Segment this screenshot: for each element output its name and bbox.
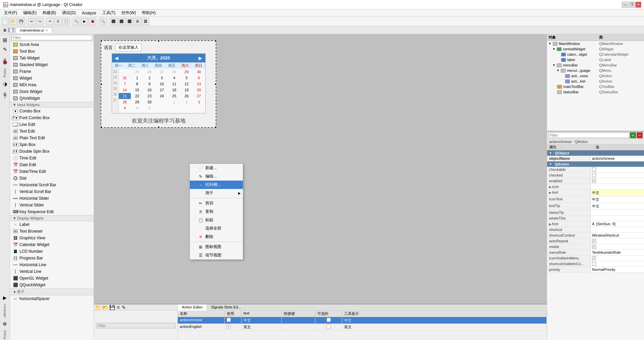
cal-cell[interactable]: 27	[156, 69, 168, 75]
ctx-copy[interactable]: ⎘ 复制	[190, 207, 243, 216]
bottom-tab-action-editor[interactable]: Action Editor	[178, 304, 207, 310]
ctx-detail-view[interactable]: ☰ 缩节视图	[190, 251, 243, 259]
props-val-checked[interactable]	[591, 173, 644, 178]
handle-tr[interactable]	[215, 40, 217, 42]
cal-cell[interactable]	[193, 105, 205, 111]
icon-expand-arrow[interactable]: ▶	[549, 185, 551, 189]
props-row-iconvisible[interactable]: iconVisibleInMenu	[547, 255, 644, 261]
sidebar-item-double-spin-box[interactable]: 0⬆ Double Spin Box	[10, 148, 94, 155]
cal-cell[interactable]: 28	[168, 69, 180, 75]
props-val-visible[interactable]	[591, 244, 644, 249]
props-val-objectname[interactable]: actionchinese	[591, 156, 644, 161]
cal-cell[interactable]: 9	[143, 81, 156, 87]
props-row-font[interactable]: ▶font A [SimSun, 9]	[547, 221, 644, 227]
file-tab-close-icon[interactable]: ✕	[45, 29, 48, 32]
iconvisible-checkbox[interactable]	[592, 256, 596, 260]
ctx-delete[interactable]: ✕ 删除	[190, 233, 243, 241]
props-row-menurole[interactable]: menuRole TextHeuristicRole	[547, 250, 644, 255]
props-val-font[interactable]: A [SimSun, 9]	[591, 221, 644, 227]
cal-cell[interactable]: 29	[180, 69, 193, 75]
maximize-button[interactable]: ❐	[629, 2, 635, 8]
sidebar-item-vscrollbar[interactable]: Vertical Scroll Bar	[10, 188, 94, 195]
cal-cell[interactable]: 24	[156, 93, 168, 99]
tree-arrow-mainwindow[interactable]: ▼	[548, 42, 551, 45]
sidebar-item-vline[interactable]: Vertical Line	[10, 268, 94, 275]
text-expand-arrow[interactable]: ▶	[549, 191, 551, 194]
handle-tl[interactable]	[100, 40, 102, 42]
cal-cell[interactable]: 26	[143, 69, 156, 75]
sidebar-item-plain-text-edit[interactable]: ab Plain Text Edit	[10, 135, 94, 141]
ctx-icon-view[interactable]: ⊞ 图标视图	[190, 243, 243, 251]
minimize-button[interactable]: —	[622, 2, 628, 8]
cal-cell[interactable]: 12	[180, 81, 193, 87]
action-new-icon[interactable]: 📁	[95, 305, 101, 310]
sidebar-section-spacer[interactable]: ▼ 垫子	[10, 288, 94, 295]
props-row-objectname[interactable]: objectName actionchinese	[547, 156, 644, 161]
menu-file[interactable]: 文件(F)	[1, 9, 20, 16]
sidebar-item-mdi-area[interactable]: MDI Area	[10, 82, 94, 88]
tb-new[interactable]: 📄	[1, 18, 9, 25]
props-val-tooltip[interactable]: 中文	[591, 203, 644, 209]
cal-cell-today[interactable]: 21	[119, 93, 131, 99]
tree-item-centralwidget[interactable]: ▼ centralWidget QWidget	[547, 46, 644, 52]
sidebar-item-text-browser[interactable]: ab Text Browser	[10, 228, 94, 235]
props-val-shortcut[interactable]	[591, 227, 644, 232]
sidebar-item-text-edit[interactable]: ab Text Edit	[10, 128, 94, 135]
sidebar-item-hspacer[interactable]: ↔ horizontalSpacer	[10, 295, 94, 302]
tb-save[interactable]: 💾	[17, 18, 25, 25]
menu-help[interactable]: 帮助(H)	[139, 9, 158, 16]
props-val-autorepeat[interactable]	[591, 238, 644, 244]
props-section-qobject[interactable]: ▼ QObject	[547, 150, 644, 156]
sidebar-item-hslider[interactable]: Horizontal Slider	[10, 195, 94, 202]
cal-cell[interactable]: 26	[180, 93, 193, 99]
tree-arrow-menubar[interactable]: ▼	[552, 63, 555, 67]
tb-undo[interactable]: ↩	[28, 18, 35, 25]
tb-align-center[interactable]: ⬛	[118, 18, 125, 25]
sidebar-item-graphics-view[interactable]: 🖼 Graphics View	[10, 235, 94, 241]
tb-align-left[interactable]: ⬛	[110, 18, 117, 25]
tree-item-mainwindow[interactable]: ▼ MainWindow QMainWindow	[547, 41, 644, 46]
tb-cut[interactable]: ✂	[46, 18, 54, 25]
props-val-checkable[interactable]	[591, 167, 644, 172]
cal-cell[interactable]: 2	[180, 99, 193, 105]
props-val-icontext[interactable]: 中文	[591, 196, 644, 203]
ctx-paste[interactable]: 📋 粘贴	[190, 216, 243, 224]
action-open-icon[interactable]: 📂	[102, 305, 108, 310]
sidebar-btn-project[interactable]: ◑	[1, 80, 9, 88]
cal-cell[interactable]: 18	[168, 87, 180, 93]
sidebar-item-dial[interactable]: Dial	[10, 175, 94, 182]
cal-grid[interactable]: 25 26 27 28 29 30 31 1 2 3	[119, 69, 205, 113]
cal-cell[interactable]: 5	[180, 75, 193, 81]
sidebar-section-input[interactable]: ▼ Input Widgets	[10, 102, 94, 108]
props-row-autorepeat[interactable]: autoRepeat	[547, 238, 644, 244]
cal-cell[interactable]: 30	[143, 99, 156, 105]
tb-copy[interactable]: ⎘	[54, 18, 62, 25]
ctx-select-all[interactable]: 选择全部	[190, 224, 243, 233]
action-save-icon[interactable]: 💾	[109, 305, 115, 310]
cal-cell[interactable]: 8	[131, 81, 143, 87]
tb-paste[interactable]: 📋	[62, 18, 70, 25]
cal-cell[interactable]: 6	[193, 75, 205, 81]
cal-cell[interactable]: 3	[156, 75, 168, 81]
tb-grid[interactable]: ⊞	[134, 18, 141, 25]
sidebar-btn-debug[interactable]: 🐞	[1, 58, 9, 66]
tree-item-menulanguage[interactable]: ▼ menul...guage QMenu	[547, 68, 644, 73]
cal-cell[interactable]: 13	[193, 81, 205, 87]
lang-input[interactable]: 在这里输入	[115, 44, 142, 51]
font-expand-arrow[interactable]: ▶	[549, 223, 551, 226]
cal-cell[interactable]: 28	[119, 99, 131, 105]
tb-screenshot[interactable]: 🖼	[142, 18, 149, 25]
cal-cell[interactable]: 1	[168, 99, 180, 105]
props-section-qaction[interactable]: ▼ QAction	[547, 161, 644, 167]
props-filter-input[interactable]	[548, 133, 629, 138]
props-row-shortcut[interactable]: shortcut	[547, 227, 644, 233]
props-remove-button[interactable]: −	[637, 132, 643, 138]
props-val-iconvisible[interactable]	[591, 255, 644, 261]
tb-align-right[interactable]: ⬛	[126, 18, 133, 25]
sidebar-item-hscrollbar[interactable]: Horizontal Scroll Bar	[10, 182, 94, 188]
cal-cell[interactable]: 19	[180, 87, 193, 93]
cal-cell[interactable]: 4	[119, 105, 131, 111]
props-val-enabled[interactable]	[591, 178, 644, 184]
sidebar-item-hline[interactable]: Horizontal Line	[10, 261, 94, 268]
props-val-text[interactable]: 中文	[591, 190, 644, 196]
